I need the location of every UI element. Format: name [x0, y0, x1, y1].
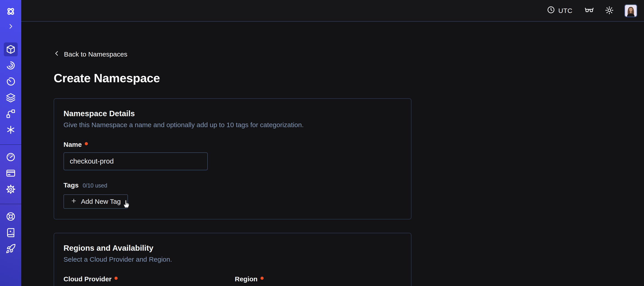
- name-field-label-row: Name: [64, 141, 402, 148]
- sidebar-item-nexus[interactable]: [4, 123, 18, 137]
- glasses-icon: [584, 5, 594, 16]
- sidebar-divider: [0, 204, 21, 204]
- required-dot: [85, 142, 88, 145]
- sidebar-divider: [0, 144, 21, 145]
- docs-book-sparkles-icon: [6, 228, 16, 238]
- sidebar-item-workflows[interactable]: [4, 58, 18, 72]
- sidebar-expand-chevron-right-icon[interactable]: [6, 22, 16, 31]
- sidebar-nav-primary: [0, 42, 21, 139]
- support-lifebuoy-icon: [6, 211, 16, 222]
- cloud-provider-label: Cloud Provider: [64, 275, 112, 283]
- sidebar-item-deployments[interactable]: [4, 91, 18, 105]
- provider-region-grid: Cloud Provider Select Cloud Provider Reg…: [64, 263, 402, 286]
- user-avatar[interactable]: [624, 4, 637, 17]
- nexus-asterisk-icon: [6, 125, 16, 135]
- deployments-layers-icon: [6, 92, 16, 103]
- name-label: Name: [64, 141, 82, 148]
- pipelines-branch-icon: [6, 109, 16, 119]
- theme-toggle-button[interactable]: [604, 5, 614, 16]
- sidebar-item-usage[interactable]: [4, 150, 18, 164]
- sidebar-item-billing[interactable]: [4, 166, 18, 180]
- card-subtitle: Give this Namespace a name and optionall…: [64, 121, 402, 129]
- plus-icon: [71, 198, 77, 206]
- reader-mode-button[interactable]: [584, 5, 594, 16]
- region-label-row: Region: [235, 275, 402, 283]
- tags-counter: 0/10 used: [83, 182, 107, 189]
- sidebar-item-docs[interactable]: [4, 226, 18, 240]
- schedules-timer-icon: [6, 76, 16, 87]
- chevron-left-icon: [54, 50, 60, 58]
- timezone-selector[interactable]: UTC: [547, 5, 572, 16]
- sun-icon: [605, 5, 614, 16]
- page-title: Create Namespace: [54, 71, 644, 85]
- sidebar-item-support[interactable]: [4, 210, 18, 224]
- region-label: Region: [235, 275, 258, 283]
- back-to-namespaces-link[interactable]: Back to Namespaces: [54, 50, 127, 58]
- temporal-logo[interactable]: [5, 5, 17, 17]
- cloud-provider-field: Cloud Provider Select Cloud Provider: [64, 263, 230, 286]
- sidebar-nav-help: [0, 210, 21, 258]
- sidebar: [0, 0, 21, 286]
- topbar: UTC: [21, 0, 644, 22]
- clock-icon: [547, 5, 555, 16]
- sidebar-item-namespaces[interactable]: [4, 42, 18, 56]
- workflows-spiral-icon: [6, 60, 16, 71]
- card-title: Namespace Details: [64, 109, 402, 118]
- required-dot: [260, 277, 264, 280]
- sidebar-item-pipelines[interactable]: [4, 107, 18, 121]
- get-started-rocket-icon: [6, 244, 16, 254]
- namespace-details-card: Namespace Details Give this Namespace a …: [54, 98, 412, 219]
- tags-label-row: Tags 0/10 used: [64, 181, 402, 189]
- billing-card-icon: [6, 168, 16, 178]
- card-title: Regions and Availability: [64, 244, 402, 253]
- sidebar-nav-account: [0, 150, 21, 198]
- namespaces-cube-icon: [6, 44, 16, 54]
- sidebar-item-settings[interactable]: [4, 182, 18, 196]
- timezone-label: UTC: [558, 7, 572, 14]
- region-field: Region Select Region: [235, 263, 402, 286]
- back-link-label: Back to Namespaces: [64, 50, 127, 58]
- main-content: Back to Namespaces Create Namespace Name…: [21, 22, 644, 286]
- sidebar-item-schedules[interactable]: [4, 75, 18, 88]
- settings-gear-icon: [6, 184, 16, 194]
- usage-gauge-icon: [6, 152, 16, 162]
- cloud-provider-label-row: Cloud Provider: [64, 275, 230, 283]
- regions-availability-card: Regions and Availability Select a Cloud …: [54, 233, 412, 286]
- required-dot: [114, 277, 118, 280]
- add-new-tag-label: Add New Tag: [81, 198, 121, 205]
- add-new-tag-button[interactable]: Add New Tag: [64, 194, 128, 209]
- card-subtitle: Select a Cloud Provider and Region.: [64, 256, 402, 263]
- namespace-name-input[interactable]: [64, 152, 208, 170]
- sidebar-item-get-started[interactable]: [4, 242, 18, 256]
- tags-label: Tags: [64, 181, 79, 189]
